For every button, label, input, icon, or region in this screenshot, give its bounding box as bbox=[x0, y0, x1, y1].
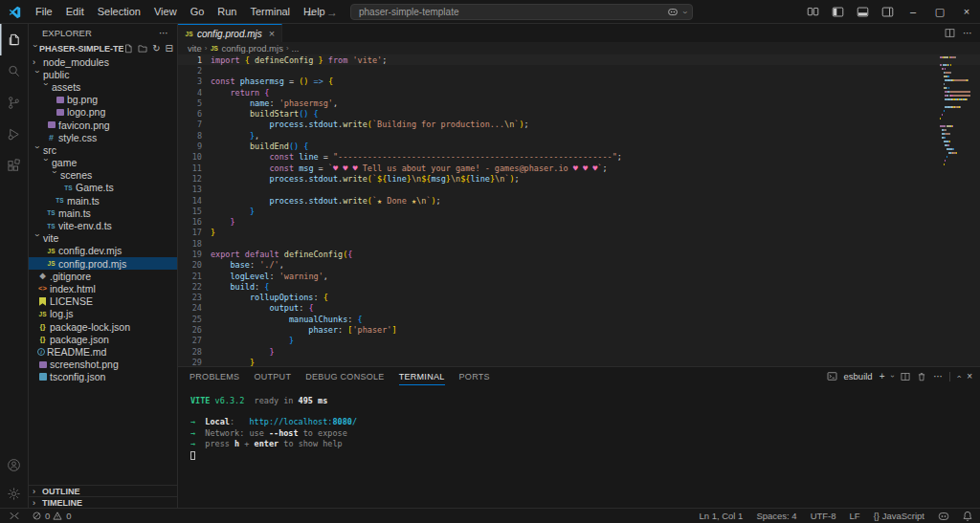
code-line-23[interactable]: 23 rollupOptions: { bbox=[178, 293, 980, 303]
code-line-18[interactable]: 18 bbox=[178, 238, 980, 249]
terminal-instance-name[interactable]: esbuild bbox=[844, 371, 873, 381]
breadcrumb-folder[interactable]: vite bbox=[188, 43, 202, 54]
code-line-25[interactable]: 25 manualChunks: { bbox=[178, 314, 980, 324]
file-tree-item-tsconfig.json[interactable]: tsconfig.json bbox=[29, 371, 177, 383]
problems-status[interactable]: 0 0 bbox=[33, 511, 72, 521]
copilot-status-icon[interactable] bbox=[938, 512, 949, 521]
code-line-16[interactable]: 16 } bbox=[178, 216, 980, 227]
code-line-10[interactable]: 10 const line = "-----------------------… bbox=[178, 152, 980, 163]
file-tree-item-favicon.png[interactable]: favicon.png bbox=[29, 119, 177, 131]
breadcrumb-file[interactable]: config.prod.mjs bbox=[221, 43, 282, 54]
close-panel-icon[interactable]: × bbox=[967, 371, 972, 381]
editor-more-actions-icon[interactable]: ⋯ bbox=[963, 28, 972, 38]
code-editor[interactable]: 1import { defineConfig } from 'vite';23c… bbox=[178, 54, 980, 366]
file-tree-item-package.json[interactable]: {}package.json bbox=[29, 333, 177, 345]
account-icon[interactable] bbox=[0, 450, 28, 479]
file-tree-item-scenes[interactable]: ›scenes bbox=[29, 169, 177, 182]
menu-go[interactable]: Go bbox=[184, 3, 212, 20]
kill-terminal-icon[interactable] bbox=[917, 372, 926, 381]
tab-config-prod-mjs[interactable]: JS config.prod.mjs × bbox=[178, 24, 282, 42]
file-tree-item-bg.png[interactable]: bg.png bbox=[29, 94, 177, 106]
minimize-button[interactable]: – bbox=[900, 0, 926, 23]
code-line-20[interactable]: 20 base: './', bbox=[178, 260, 980, 271]
code-line-7[interactable]: 7 process.stdout.write(`Building for pro… bbox=[178, 120, 980, 130]
code-line-26[interactable]: 26 phaser: ['phaser'] bbox=[178, 324, 980, 335]
code-line-27[interactable]: 27 } bbox=[178, 336, 980, 346]
file-tree-item-assets[interactable]: ›assets bbox=[29, 80, 177, 93]
file-tree-item-logo.png[interactable]: logo.png bbox=[29, 106, 177, 119]
code-line-15[interactable]: 15 } bbox=[178, 206, 980, 216]
chevron-down-icon[interactable]: › bbox=[680, 11, 690, 13]
search-icon[interactable] bbox=[0, 55, 28, 87]
code-line-1[interactable]: 1import { defineConfig } from 'vite'; bbox=[178, 54, 980, 65]
status-utf-8[interactable]: UTF-8 bbox=[811, 511, 836, 521]
code-line-17[interactable]: 17} bbox=[178, 228, 980, 238]
terminal-dropdown-icon[interactable]: › bbox=[888, 375, 897, 378]
code-line-24[interactable]: 24 output: { bbox=[178, 303, 980, 314]
panel-more-actions-icon[interactable]: ⋯ bbox=[933, 371, 943, 381]
maximize-button[interactable]: ▢ bbox=[926, 0, 953, 23]
file-tree-item-game.ts[interactable]: TSGame.ts bbox=[29, 182, 177, 194]
file-tree-item-screenshot.png[interactable]: screenshot.png bbox=[29, 359, 177, 371]
code-line-29[interactable]: 29 } bbox=[178, 357, 980, 366]
status-lf[interactable]: LF bbox=[850, 511, 860, 521]
extensions-icon[interactable] bbox=[0, 150, 28, 182]
collapse-folders-icon[interactable]: ⊟ bbox=[166, 44, 173, 54]
code-line-5[interactable]: 5 name: 'phasermsg', bbox=[178, 98, 980, 108]
explorer-more-actions-icon[interactable]: ⋯ bbox=[159, 28, 169, 38]
code-line-8[interactable]: 8 }, bbox=[178, 130, 980, 141]
code-line-3[interactable]: 3const phasermsg = () => { bbox=[178, 76, 980, 87]
file-tree-item-vite-env.d.ts[interactable]: TSvite-env.d.ts bbox=[29, 219, 177, 231]
menu-run[interactable]: Run bbox=[211, 3, 243, 20]
file-tree-item-package-lock.json[interactable]: {}package-lock.json bbox=[29, 320, 177, 333]
close-button[interactable]: × bbox=[953, 0, 980, 23]
close-tab-icon[interactable]: × bbox=[269, 28, 275, 39]
minimap[interactable] bbox=[940, 54, 970, 188]
panel-tab-output[interactable]: OUTPUT bbox=[254, 368, 291, 385]
go-back-button[interactable]: ← bbox=[302, 6, 320, 19]
file-tree-item-index.html[interactable]: <>index.html bbox=[29, 282, 177, 294]
breadcrumb[interactable]: vite › JS config.prod.mjs › ... bbox=[178, 42, 980, 54]
breadcrumb-symbol[interactable]: ... bbox=[292, 43, 300, 54]
file-tree-item-main.ts[interactable]: TSmain.ts bbox=[29, 194, 177, 207]
settings-gear-icon[interactable] bbox=[0, 479, 28, 508]
code-line-4[interactable]: 4 return { bbox=[178, 87, 980, 98]
refresh-icon[interactable]: ↻ bbox=[152, 44, 160, 54]
code-line-2[interactable]: 2 bbox=[178, 65, 980, 76]
code-line-14[interactable]: 14 process.stdout.write(`★ Done ★\n`); bbox=[178, 195, 980, 206]
remote-indicator-icon[interactable] bbox=[10, 512, 19, 520]
toggle-panel-icon[interactable] bbox=[850, 0, 875, 23]
code-line-28[interactable]: 28 } bbox=[178, 346, 980, 357]
panel-tab-terminal[interactable]: TERMINAL bbox=[399, 368, 445, 385]
source-control-icon[interactable] bbox=[0, 87, 28, 119]
menu-file[interactable]: File bbox=[29, 3, 59, 20]
panel-tab-debug-console[interactable]: DEBUG CONSOLE bbox=[305, 368, 384, 385]
go-forward-button[interactable]: → bbox=[323, 6, 341, 19]
file-tree-item-main.ts[interactable]: TSmain.ts bbox=[29, 207, 177, 219]
status-javascript[interactable]: {} JavaScript bbox=[874, 511, 924, 521]
run-and-debug-icon[interactable] bbox=[0, 119, 28, 150]
split-editor-icon[interactable] bbox=[945, 28, 955, 38]
code-line-12[interactable]: 12 process.stdout.write(`${line}\n${msg}… bbox=[178, 173, 980, 184]
file-tree-item-vite[interactable]: ›vite bbox=[29, 232, 177, 245]
workspace-section-header[interactable]: › PHASER-SIMPLE-TEMPL... ↻ ⊟ bbox=[29, 42, 177, 54]
file-tree-item-readme.md[interactable]: iREADME.md bbox=[29, 345, 177, 358]
terminal-output[interactable]: VITE v6.3.2 ready in 495 ms → Local: htt… bbox=[178, 385, 980, 508]
maximize-panel-icon[interactable]: › bbox=[954, 375, 964, 378]
code-line-13[interactable]: 13 bbox=[178, 185, 980, 195]
toggle-layout-grid-icon[interactable] bbox=[800, 0, 825, 23]
panel-tab-problems[interactable]: PROBLEMS bbox=[189, 368, 239, 385]
code-line-6[interactable]: 6 buildStart() { bbox=[178, 108, 980, 119]
command-center-search[interactable]: phaser-simple-template › bbox=[350, 4, 693, 20]
file-tree-item-config.dev.mjs[interactable]: JSconfig.dev.mjs bbox=[29, 245, 177, 257]
code-line-19[interactable]: 19export default defineConfig({ bbox=[178, 249, 980, 259]
toggle-secondary-sidebar-icon[interactable] bbox=[875, 0, 900, 23]
panel-tab-ports[interactable]: PORTS bbox=[459, 368, 490, 385]
code-line-21[interactable]: 21 logLevel: 'warning', bbox=[178, 271, 980, 281]
new-folder-icon[interactable] bbox=[138, 44, 147, 54]
file-tree-item-game[interactable]: ›game bbox=[29, 157, 177, 169]
explorer-icon[interactable] bbox=[0, 24, 28, 55]
copilot-icon[interactable] bbox=[667, 8, 679, 17]
file-tree-item-src[interactable]: ›src bbox=[29, 143, 177, 156]
new-file-icon[interactable] bbox=[123, 44, 133, 54]
